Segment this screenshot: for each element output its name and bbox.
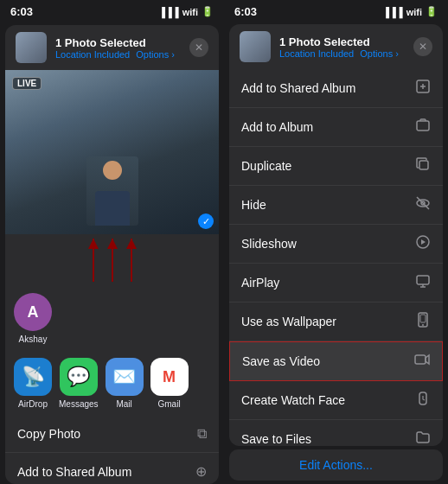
right-header-text: 1 Photo Selected Location Included Optio…	[279, 35, 413, 59]
menu-save-video[interactable]: Save as Video	[229, 341, 443, 381]
contact-item-akshay[interactable]: A Akshay	[14, 293, 52, 344]
menu-airplay[interactable]: AirPlay	[229, 264, 443, 302]
right-share-header: 1 Photo Selected Location Included Optio…	[229, 24, 443, 69]
left-close-button[interactable]: ✕	[189, 38, 208, 57]
right-options-link[interactable]: Options ›	[360, 48, 399, 59]
menu-add-album-label: Add to Album	[241, 120, 313, 134]
copy-photo-action[interactable]: Copy Photo ⧉	[5, 416, 219, 453]
mail-icon: ✉️	[106, 358, 144, 396]
save-video-menu-icon	[414, 352, 430, 371]
contact-name: Akshay	[19, 334, 48, 344]
contact-avatar: A	[14, 293, 52, 331]
left-status-icons: ▐▐▐ wifi 🔋	[158, 6, 214, 17]
left-header-title: 1 Photo Selected	[55, 36, 189, 49]
right-menu-list: Add to Shared Album Add to Album Duplica…	[229, 69, 443, 446]
svg-rect-2	[419, 161, 428, 169]
left-share-header: 1 Photo Selected Location Included Optio…	[5, 25, 219, 70]
arrow-up-2	[112, 239, 113, 282]
menu-hide-label: Hide	[241, 198, 266, 212]
menu-duplicate-label: Duplicate	[241, 159, 291, 173]
right-wifi-icon: wifi	[406, 7, 422, 17]
svg-rect-6	[417, 276, 429, 284]
copy-photo-label: Copy Photo	[17, 427, 80, 441]
left-thumb	[16, 32, 47, 63]
right-signal-icon: ▐▐▐	[382, 7, 402, 17]
arrows-overlay	[5, 234, 219, 286]
menu-wallpaper-label: Use as Wallpaper	[241, 315, 336, 328]
svg-rect-8	[420, 315, 426, 322]
arrow-up-3	[131, 239, 132, 282]
right-status-icons: ▐▐▐ wifi 🔋	[382, 6, 438, 17]
shared-album-icon: ⊕	[195, 463, 207, 480]
copy-icon: ⧉	[197, 426, 207, 442]
left-time: 6:03	[10, 5, 33, 18]
photo-preview: LIVE ✓	[5, 70, 219, 234]
menu-wallpaper[interactable]: Use as Wallpaper	[229, 302, 443, 341]
app-item-mail[interactable]: ✉️ Mail	[106, 358, 144, 409]
menu-save-video-label: Save as Video	[242, 354, 320, 368]
subtitle-text: Location Included	[55, 49, 130, 60]
svg-point-9	[422, 324, 424, 326]
left-panel: 6:03 ▐▐▐ wifi 🔋 1 Photo Selected Locatio…	[0, 0, 224, 484]
add-album-menu-icon	[415, 118, 431, 137]
messages-label: Messages	[59, 399, 99, 409]
airdrop-icon: 📡	[14, 358, 52, 396]
right-time: 6:03	[234, 5, 257, 18]
duplicate-menu-icon	[415, 156, 431, 175]
signal-icon: ▐▐▐	[158, 7, 178, 17]
app-item-gmail[interactable]: M Gmail	[150, 358, 189, 409]
right-battery-icon: 🔋	[426, 6, 438, 17]
gmail-icon: M	[150, 358, 189, 396]
add-shared-album-label: Add to Shared Album	[17, 465, 131, 479]
person-body	[95, 191, 130, 226]
menu-add-album[interactable]: Add to Album	[229, 108, 443, 147]
edit-actions[interactable]: Edit Actions...	[229, 449, 443, 481]
right-subtitle-text: Location Included	[279, 48, 354, 59]
battery-icon: 🔋	[202, 6, 214, 17]
mail-label: Mail	[116, 399, 131, 409]
live-badge: LIVE	[12, 77, 42, 90]
selection-checkmark: ✓	[198, 213, 214, 229]
menu-watch-face-label: Create Watch Face	[241, 393, 345, 407]
menu-airplay-label: AirPlay	[241, 276, 279, 290]
menu-save-files[interactable]: Save to Files	[229, 420, 443, 446]
svg-rect-10	[415, 355, 426, 364]
watch-face-menu-icon	[415, 391, 431, 410]
edit-actions-label: Edit Actions...	[299, 458, 373, 472]
left-header-sub: Location Included Options ›	[55, 49, 189, 60]
app-item-airdrop[interactable]: 📡 AirDrop	[14, 358, 52, 409]
svg-rect-1	[417, 121, 429, 131]
right-status-bar: 6:03 ▐▐▐ wifi 🔋	[224, 0, 448, 22]
wallpaper-menu-icon	[415, 312, 431, 331]
app-row: 📡 AirDrop 💬 Messages ✉️ Mail M Gmail	[5, 351, 219, 416]
right-header-sub: Location Included Options ›	[279, 48, 413, 59]
app-item-messages[interactable]: 💬 Messages	[59, 358, 99, 409]
menu-add-shared-album-label: Add to Shared Album	[241, 81, 355, 95]
person-head	[103, 161, 122, 180]
left-status-bar: 6:03 ▐▐▐ wifi 🔋	[0, 0, 224, 22]
add-shared-album-action[interactable]: Add to Shared Album ⊕	[5, 453, 219, 484]
right-header-title: 1 Photo Selected	[279, 35, 413, 48]
save-files-menu-icon	[415, 430, 431, 446]
airdrop-label: AirDrop	[18, 399, 48, 409]
wifi-icon: wifi	[182, 7, 198, 17]
photo-image: LIVE ✓	[5, 70, 219, 234]
right-close-button[interactable]: ✕	[413, 37, 432, 56]
menu-hide[interactable]: Hide	[229, 186, 443, 225]
add-shared-album-menu-icon	[415, 79, 431, 98]
arrow-up-1	[93, 239, 94, 282]
menu-slideshow[interactable]: Slideshow	[229, 225, 443, 264]
airplay-menu-icon	[415, 273, 431, 292]
messages-icon: 💬	[60, 358, 98, 396]
right-thumb	[240, 31, 271, 62]
menu-watch-face[interactable]: Create Watch Face	[229, 381, 443, 420]
menu-save-files-label: Save to Files	[241, 432, 311, 446]
person-figure	[86, 156, 138, 226]
left-action-list: Copy Photo ⧉ Add to Shared Album ⊕ Add t…	[5, 416, 219, 484]
hide-menu-icon	[415, 195, 431, 214]
options-link[interactable]: Options ›	[136, 49, 175, 60]
gmail-label: Gmail	[158, 399, 181, 409]
menu-add-shared-album[interactable]: Add to Shared Album	[229, 69, 443, 108]
menu-duplicate[interactable]: Duplicate	[229, 147, 443, 186]
menu-slideshow-label: Slideshow	[241, 237, 297, 251]
